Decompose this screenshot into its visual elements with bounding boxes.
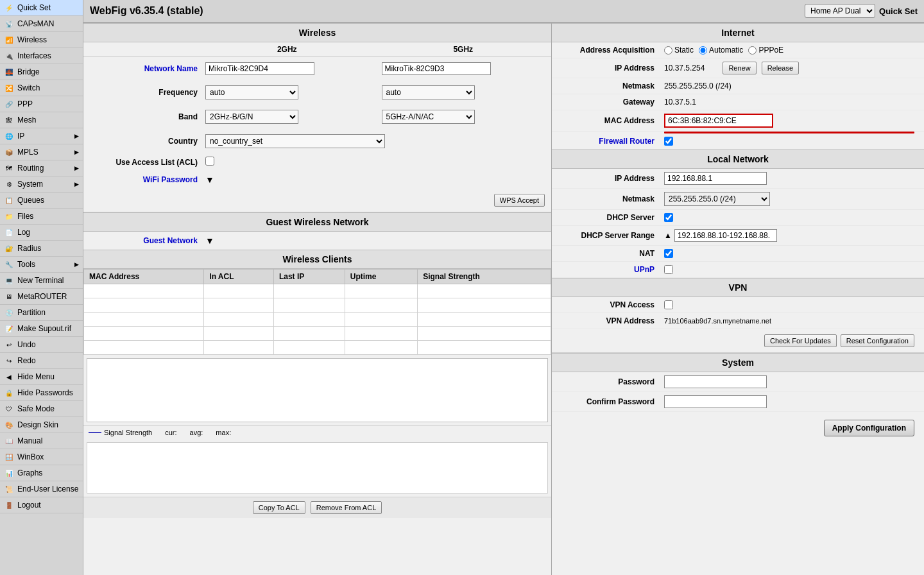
profile-dropdown[interactable]: Home AP Dual Home AP CPE PTP Bridge WISP… — [805, 4, 875, 18]
band-row: Band 2GHz-B/G/N2GHz-B/G2GHz-N 5GHz-A/N/A… — [83, 105, 551, 129]
guest-network-toggle[interactable]: ▼ — [205, 236, 214, 246]
vpn-address-label: VPN Address — [561, 316, 664, 325]
local-ip-input[interactable] — [664, 172, 767, 185]
acl-checkbox[interactable] — [205, 157, 214, 166]
network-name-2ghz-input[interactable] — [205, 62, 314, 75]
sidebar-item-label: Routing — [17, 164, 44, 173]
switch-icon: 🔀 — [4, 83, 14, 93]
vpn-access-row: VPN Access — [552, 297, 924, 313]
sidebar-item-label: Design Skin — [17, 420, 58, 429]
table-row — [84, 327, 551, 341]
radio-pppoe-label[interactable]: PPPoE — [748, 46, 783, 55]
internet-gateway-row: Gateway 10.37.5.1 — [552, 94, 924, 110]
dhcp-range-label: DHCP Server Range — [561, 231, 664, 240]
dhcp-range-input[interactable] — [674, 229, 777, 242]
renew-button[interactable]: Renew — [723, 62, 756, 74]
sidebar-item-routing[interactable]: 🗺 Routing — [0, 160, 83, 176]
update-buttons-row: Check For Updates Reset Configuration — [552, 329, 924, 353]
sidebar-item-interfaces[interactable]: 🔌 Interfaces — [0, 48, 83, 64]
frequency-5ghz-select[interactable]: auto51805200 — [382, 85, 475, 99]
sidebar-item-newterminal[interactable]: 💻 New Terminal — [0, 273, 83, 289]
nat-checkbox[interactable] — [664, 249, 673, 258]
upnp-checkbox[interactable] — [664, 265, 673, 274]
log-icon: 📄 — [4, 227, 14, 237]
sidebar-item-radius[interactable]: 🔐 Radius — [0, 241, 83, 257]
reset-config-button[interactable]: Reset Configuration — [841, 334, 914, 347]
copy-acl-button[interactable]: Copy To ACL — [253, 501, 305, 514]
sidebar-item-switch[interactable]: 🔀 Switch — [0, 80, 83, 96]
sidebar-item-metarouter[interactable]: 🖥 MetaROUTER — [0, 289, 83, 305]
sidebar-item-safemode[interactable]: 🛡 Safe Mode — [0, 401, 83, 417]
dhcp-range-toggle[interactable]: ▲ — [664, 231, 672, 240]
col-uptime: Uptime — [345, 270, 417, 284]
release-button[interactable]: Release — [762, 62, 799, 74]
sidebar-item-label: Manual — [17, 436, 42, 445]
sidebar-item-enduser[interactable]: 📜 End-User License — [0, 481, 83, 497]
sidebar-item-partition[interactable]: 💿 Partition — [0, 305, 83, 321]
firewall-router-checkbox[interactable] — [664, 137, 673, 146]
password-input[interactable] — [664, 375, 767, 388]
radio-static-label[interactable]: Static — [664, 46, 694, 55]
sidebar-item-queues[interactable]: 📋 Queues — [0, 193, 83, 209]
profile-selector-wrap: Home AP Dual Home AP CPE PTP Bridge WISP… — [805, 4, 918, 18]
sidebar-item-makesupout[interactable]: 📝 Make Supout.rif — [0, 321, 83, 337]
sidebar-item-ip[interactable]: 🌐 IP — [0, 128, 83, 144]
sidebar-item-label: Safe Mode — [17, 404, 55, 413]
radio-automatic[interactable] — [699, 46, 707, 55]
table-row — [84, 284, 551, 298]
firewall-router-label: Firewall Router — [561, 137, 664, 146]
band-5ghz-select[interactable]: 5GHz-A/N/AC5GHz-A/N5GHz-N — [382, 110, 475, 124]
sidebar-item-redo[interactable]: ↪ Redo — [0, 353, 83, 369]
sidebar-item-label: MPLS — [17, 148, 38, 157]
sidebar-item-designskin[interactable]: 🎨 Design Skin — [0, 417, 83, 433]
dhcp-server-checkbox[interactable] — [664, 213, 673, 222]
sidebar-item-label: Hide Menu — [17, 372, 55, 381]
sidebar-item-manual[interactable]: 📖 Manual — [0, 433, 83, 449]
remove-acl-button[interactable]: Remove From ACL — [311, 501, 382, 514]
band-2ghz-select[interactable]: 2GHz-B/G/N2GHz-B/G2GHz-N — [205, 110, 298, 124]
radio-static[interactable] — [664, 46, 672, 55]
mac-address-input[interactable] — [664, 114, 773, 128]
wifi-password-toggle[interactable]: ▼ — [205, 175, 214, 185]
wps-accept-button[interactable]: WPS Accept — [494, 194, 545, 207]
addr-acquisition-value: Static Automatic PPPoE — [664, 46, 914, 55]
sidebar-item-hidemenu[interactable]: ◀ Hide Menu — [0, 369, 83, 385]
sidebar-item-hidepasswords[interactable]: 🔒 Hide Passwords — [0, 385, 83, 401]
network-name-5ghz-input[interactable] — [382, 62, 491, 75]
sidebar-item-capsman[interactable]: 📡 CAPsMAN — [0, 16, 83, 32]
sidebar-item-wireless[interactable]: 📶 Wireless — [0, 32, 83, 48]
apply-config-button[interactable]: Apply Configuration — [824, 420, 914, 436]
sidebar-item-label: Redo — [17, 356, 36, 365]
frequency-2ghz-select[interactable]: auto241224372462 — [205, 85, 298, 99]
internet-netmask-label: Netmask — [561, 82, 664, 90]
sidebar-item-undo[interactable]: ↩ Undo — [0, 337, 83, 353]
sidebar-item-winbox[interactable]: 🪟 WinBox — [0, 449, 83, 465]
radio-pppoe[interactable] — [748, 46, 757, 55]
sidebar-item-log[interactable]: 📄 Log — [0, 225, 83, 241]
radio-automatic-label[interactable]: Automatic — [699, 46, 743, 55]
mesh-icon: 🕸 — [4, 115, 14, 125]
sidebar-item-tools[interactable]: 🔧 Tools — [0, 257, 83, 273]
capsman-icon: 📡 — [4, 19, 14, 29]
vpn-access-label: VPN Access — [561, 300, 664, 309]
sidebar-item-files[interactable]: 📁 Files — [0, 209, 83, 225]
sidebar-item-system[interactable]: ⚙ System — [0, 176, 83, 193]
sidebar-item-mesh[interactable]: 🕸 Mesh — [0, 112, 83, 128]
local-netmask-select[interactable]: 255.255.255.0 (/24) 255.255.0.0 (/16) — [664, 192, 770, 206]
avg-label: avg: — [190, 429, 203, 436]
vpn-access-checkbox[interactable] — [664, 300, 673, 309]
addr-acquisition-row: Address Acquisition Static Automatic — [552, 42, 924, 58]
confirm-password-input[interactable] — [664, 395, 767, 408]
sidebar-item-label: PPP — [17, 99, 33, 108]
sidebar-item-ppp[interactable]: 🔗 PPP — [0, 96, 83, 112]
country-select[interactable]: no_country_setunited statesgermany — [205, 134, 385, 148]
sidebar-item-logout[interactable]: 🚪 Logout — [0, 497, 83, 513]
sidebar-item-mpls[interactable]: 📦 MPLS — [0, 144, 83, 160]
sidebar-item-quickset[interactable]: ⚡ Quick Set — [0, 0, 83, 16]
sidebar-item-graphs[interactable]: 📊 Graphs — [0, 465, 83, 481]
check-updates-button[interactable]: Check For Updates — [764, 334, 837, 347]
sidebar-item-bridge[interactable]: 🌉 Bridge — [0, 64, 83, 80]
ppp-icon: 🔗 — [4, 99, 14, 109]
table-row — [84, 341, 551, 355]
main-content: WebFig v6.35.4 (stable) Home AP Dual Hom… — [83, 0, 924, 575]
